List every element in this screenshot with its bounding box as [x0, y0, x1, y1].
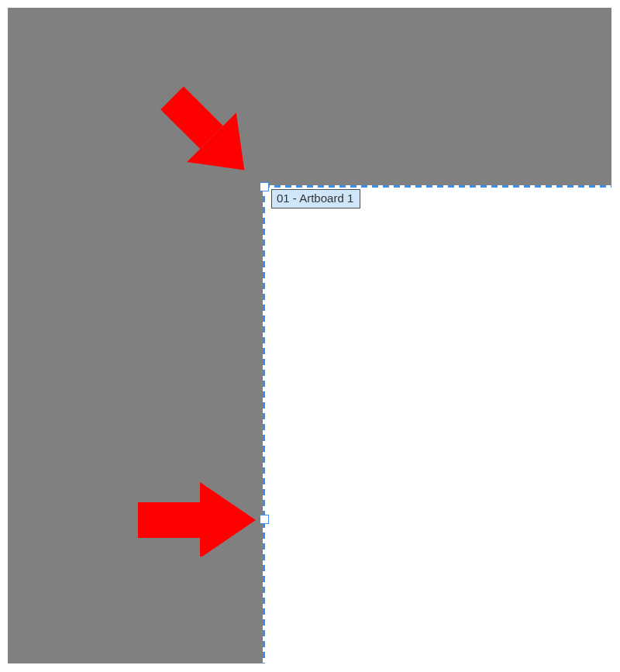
svg-rect-2: [138, 502, 200, 538]
artboard-label[interactable]: 01 - Artboard 1: [271, 189, 360, 208]
artboard-surface[interactable]: [264, 186, 611, 663]
annotation-arrow-diagonal-icon: [146, 68, 270, 192]
selection-edge-left: [263, 185, 265, 663]
annotation-arrow-right-icon: [132, 479, 260, 557]
selection-handle-middle-left[interactable]: [260, 515, 269, 524]
svg-marker-3: [200, 482, 256, 557]
canvas-workspace[interactable]: 01 - Artboard 1: [8, 8, 611, 663]
selection-edge-top: [264, 185, 611, 188]
